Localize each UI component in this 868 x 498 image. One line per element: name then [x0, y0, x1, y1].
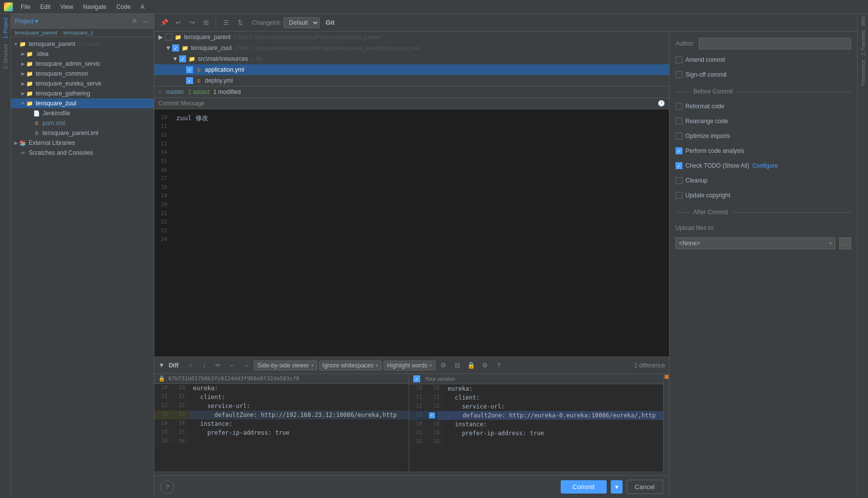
checkbox-zuul[interactable]: ✓: [172, 45, 179, 51]
file-tree-item-deploy[interactable]: ✓ 🗎 deploy.yml: [154, 75, 669, 86]
diff-collapse2-btn[interactable]: ⊟: [451, 360, 463, 371]
right-sidebar-persistence[interactable]: Persistence: [858, 58, 868, 88]
layout-btn[interactable]: ⊞: [200, 17, 212, 29]
cleanup-checkbox[interactable]: [675, 177, 682, 184]
tree-item-eureka[interactable]: ▶ 📁 tensquare_eureka_serve: [11, 79, 154, 89]
diff-marker: [665, 375, 669, 379]
highlight-dropdown[interactable]: Highlight words ▾: [384, 361, 435, 370]
sidebar-icon-structure[interactable]: 2: Structure: [0, 42, 10, 71]
menu-edit[interactable]: Edit: [38, 2, 52, 11]
diff-up-btn[interactable]: ↑: [185, 360, 196, 371]
diff-content-left-1: eureka:: [189, 384, 218, 393]
cancel-button[interactable]: Cancel: [627, 480, 663, 494]
checkbox-your-version[interactable]: ✓: [413, 375, 420, 382]
diff-prev-btn[interactable]: ←: [226, 360, 238, 371]
amend-commit-checkbox[interactable]: [675, 56, 682, 63]
update-copyright-checkbox[interactable]: [675, 192, 682, 199]
tree-item-admin[interactable]: ▶ 📁 tensquare_admin_servic: [11, 59, 154, 69]
file-tree-item-parent[interactable]: ▶ 📁 tensquare_parent 2 files C:\Users\Ad…: [154, 32, 669, 43]
commit-text[interactable]: zuul 修改: [176, 113, 665, 124]
diff-scrollbar-h[interactable]: [154, 471, 669, 475]
checkbox-application[interactable]: ✓: [186, 66, 193, 73]
perform-code-analysis-checkbox[interactable]: ✓: [675, 147, 682, 154]
tree-item-pom[interactable]: 🗎 pom.xml: [11, 118, 154, 128]
tree-item-scratches[interactable]: ✏ Scratches and Consoles: [11, 148, 154, 158]
perform-code-analysis-row: ✓ Perform code analysis: [675, 146, 851, 155]
file-tree-label-application: application.yml: [205, 66, 244, 73]
checkbox-parent[interactable]: [165, 34, 172, 41]
commit-toolbar: 📌 ↩ ↪ ⊞ ☰ ⇅ Changelist: Default Git: [154, 14, 857, 32]
changelist-label: Changelist:: [252, 19, 282, 26]
checkbox-src[interactable]: ✓: [179, 55, 186, 62]
diff-line-checkbox[interactable]: ✓: [427, 411, 437, 420]
commit-button[interactable]: Commit: [561, 480, 607, 494]
diff-edit-btn[interactable]: ✏: [212, 360, 224, 371]
tree-item-zuul[interactable]: ▼ 📁 tensquare_zuul: [11, 98, 154, 108]
breadcrumb-child[interactable]: tensquare_z: [63, 30, 94, 36]
diff-lock-btn[interactable]: 🔒: [465, 360, 477, 371]
file-tree-item-zuul[interactable]: ▼ ✓ 📁 tensquare_zuul 2 files C:\Users\Ad…: [154, 43, 669, 53]
whitespace-dropdown[interactable]: Ignore whitespaces ▾: [319, 361, 382, 370]
tree-item-tensquare-parent[interactable]: ▼ 📁 tensquare_parent C:\Users\: [11, 39, 154, 49]
diff-collapse-btn[interactable]: ▼: [158, 362, 165, 369]
git-panel: Author: Amend commit Sign-off commit Bef…: [669, 32, 857, 498]
menu-file[interactable]: File: [19, 2, 32, 11]
diff-settings-btn[interactable]: ⚙: [437, 360, 449, 371]
reformat-code-checkbox[interactable]: [675, 103, 682, 110]
sidebar-icon-project[interactable]: 1: Project: [0, 16, 10, 41]
file-tree-item-application[interactable]: ✓ 🗎 application.yml: [154, 64, 669, 75]
help-btn[interactable]: ?: [160, 480, 174, 494]
yaml-icon-application: 🗎: [195, 66, 203, 74]
undo-btn[interactable]: ↩: [172, 17, 184, 29]
diff-content-right-4: defaultZone: http://eureka-0.eureka:1008…: [437, 411, 656, 420]
folder-icon-eureka: 📁: [26, 80, 34, 88]
menu-code[interactable]: Code: [114, 2, 133, 11]
breadcrumb-parent[interactable]: tensquare_parent: [15, 30, 57, 36]
commit-message-body[interactable]: 101112131415161718192021222324 zuul 修改: [154, 109, 669, 357]
menu-more[interactable]: A: [139, 2, 146, 11]
checkbox-deploy[interactable]: ✓: [186, 77, 193, 84]
diff-more-btn[interactable]: ⚙: [479, 360, 491, 371]
redo-btn[interactable]: ↪: [186, 17, 198, 29]
upload-dropdown[interactable]: <None> ▾: [675, 237, 835, 249]
sign-off-checkbox[interactable]: [675, 71, 682, 78]
configure-link[interactable]: Configure: [752, 162, 778, 169]
rearrange-code-checkbox[interactable]: [675, 118, 682, 125]
project-panel: Project ▾ ⚙ — tensquare_parent › tensqua…: [11, 14, 154, 498]
cleanup-label: Cleanup: [685, 177, 708, 184]
upload-row: <None> ▾ …: [675, 237, 851, 249]
right-sidebar-web[interactable]: Web: [858, 14, 868, 28]
diff-help-btn[interactable]: ?: [493, 360, 505, 371]
project-settings-btn[interactable]: ⚙: [130, 17, 139, 26]
diff-line-left-5: 14 14 instance:: [154, 419, 409, 428]
upload-files-label: Upload files to:: [675, 225, 715, 231]
viewer-dropdown[interactable]: Side-by-side viewer ▾: [254, 361, 317, 370]
tree-item-gathering[interactable]: ▶ 📁 tensquare_gathering: [11, 89, 154, 98]
commit-file-tree: ▶ 📁 tensquare_parent 2 files C:\Users\Ad…: [154, 32, 669, 86]
diff-next-btn[interactable]: →: [240, 360, 252, 371]
pin-btn[interactable]: 📌: [158, 17, 170, 29]
check-todo-checkbox[interactable]: ✓: [675, 162, 682, 169]
author-input[interactable]: [699, 38, 851, 49]
right-sidebar-favorites[interactable]: 2: Favorites: [858, 28, 868, 57]
file-tree-item-src[interactable]: ▼ ✓ 📁 src\main\resources 1 file: [154, 53, 669, 64]
tree-item-iml[interactable]: 🗎 tensquare_parent.iml: [11, 128, 154, 138]
history-icon[interactable]: 🕐: [658, 100, 665, 107]
tree-path: C:\Users\: [77, 41, 100, 47]
menu-view[interactable]: View: [58, 2, 75, 11]
tree-item-jenkinsfile[interactable]: 📄 Jenkinsfile: [11, 108, 154, 118]
tree-item-external-libs[interactable]: ▶ 📚 External Libraries: [11, 138, 154, 148]
tree-item-idea[interactable]: ▶ 📁 .idea: [11, 49, 154, 59]
optimize-imports-checkbox[interactable]: [675, 133, 682, 139]
diff-right-checkbox[interactable]: ✓: [429, 412, 435, 418]
menu-navigate[interactable]: Navigate: [81, 2, 108, 11]
sort-btn[interactable]: ⇅: [234, 17, 246, 29]
author-row: Author:: [675, 38, 851, 49]
tree-item-common[interactable]: ▶ 📁 tensquare_common: [11, 69, 154, 79]
project-collapse-btn[interactable]: —: [141, 17, 150, 26]
upload-browse-btn[interactable]: …: [839, 237, 851, 249]
changelist-dropdown[interactable]: Default: [284, 17, 320, 28]
filter-btn[interactable]: ☰: [220, 17, 232, 29]
diff-down-btn[interactable]: ↓: [198, 360, 210, 371]
commit-button-arrow[interactable]: ▾: [611, 480, 623, 494]
